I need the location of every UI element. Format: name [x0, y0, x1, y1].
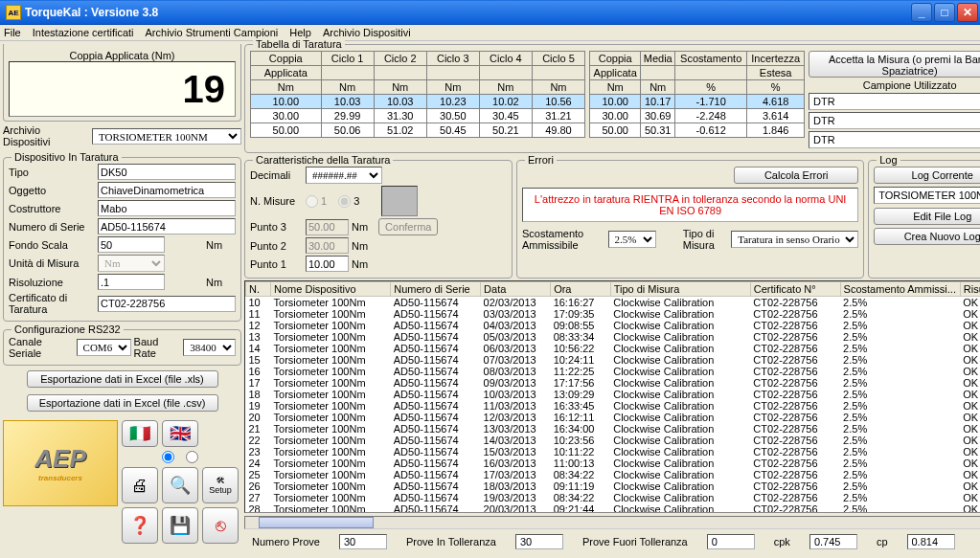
menu-help[interactable]: Help [289, 27, 311, 38]
calc-errors-button[interactable]: Calcola Errori [734, 167, 858, 184]
table-row[interactable]: 15Torsiometer 100NmAD50-11567407/03/2013… [246, 354, 981, 366]
table-row[interactable]: 19Torsiometer 100NmAD50-11567411/03/2013… [246, 400, 981, 412]
export-csv-button[interactable]: Esportazione dati in Excel (file .csv) [27, 394, 218, 412]
characteristics-group: Caratteristiche della Taratura Decimali#… [244, 160, 513, 279]
status-bar: Numero Prove30 Prove In Tolleranza30 Pro… [244, 531, 980, 552]
new-log-button[interactable]: Crea Nuovo Log [874, 228, 980, 245]
errors-group: Errori Calcola Errori L'attrezzo in tara… [516, 160, 864, 279]
save-button[interactable]: 💾 [162, 507, 198, 544]
cpk-value: 0.745 [809, 534, 857, 549]
table-row[interactable]: 10Torsiometer 100NmAD50-11567402/03/2013… [246, 297, 981, 309]
log-corrente-button[interactable]: Log Corrente [874, 167, 980, 184]
tipomisura-select[interactable]: Taratura in senso Orario [731, 231, 858, 248]
serie-field[interactable] [98, 218, 236, 234]
app-icon: AE [6, 5, 21, 20]
close-button[interactable]: ✕ [957, 3, 978, 22]
tipo-field[interactable] [98, 164, 236, 180]
accept-measure-button[interactable]: Accetta la Misura (o premi la Barra Spaz… [809, 51, 980, 78]
torque-readout: 19 [9, 61, 236, 117]
menu-archivio-dispositivi[interactable]: Archivio Dispositivi [323, 27, 411, 38]
preview-button[interactable]: 🔍 [162, 467, 198, 503]
title-bar: AE TorqueKal : Versione 3.8 _ □ ✕ [0, 0, 980, 25]
lang-it-radio[interactable] [162, 451, 174, 463]
menu-bar: File Intestazione certificati Archivio S… [0, 25, 980, 41]
menu-archivio-strumenti[interactable]: Archivio Strumenti Campioni [146, 27, 279, 38]
flag-it-button[interactable]: 🇮🇹 [122, 420, 158, 447]
export-xls-button[interactable]: Esportazione dati in Excel (file .xls) [27, 370, 218, 388]
costruttore-field[interactable] [98, 200, 236, 216]
calibration-table: CoppiaCiclo 1Ciclo 2Ciclo 3Ciclo 4Ciclo … [250, 51, 585, 138]
maximize-button[interactable]: □ [934, 3, 955, 22]
table-row[interactable]: 18Torsiometer 100NmAD50-11567410/03/2013… [246, 389, 981, 400]
minimize-button[interactable]: _ [911, 3, 932, 22]
table-row[interactable]: 12Torsiometer 100NmAD50-11567404/03/2013… [246, 320, 981, 331]
aep-logo: AEP transducers [3, 420, 118, 506]
table-row[interactable]: 11Torsiometer 100NmAD50-11567403/03/2013… [246, 308, 981, 320]
applied-torque-label: Coppia Applicata (Nm) [9, 50, 236, 61]
punto3-field [306, 219, 349, 235]
baud-select[interactable]: 38400 [183, 339, 236, 356]
table-row[interactable]: 17Torsiometer 100NmAD50-11567409/03/2013… [246, 377, 981, 389]
table-row[interactable]: 27Torsiometer 100NmAD50-11567419/03/2013… [246, 492, 981, 503]
exit-button[interactable]: ⎋ [202, 507, 239, 544]
campione-label: Campione Utilizzato [809, 79, 980, 91]
results-table: CoppiaMediaScostamentoIncertezzaApplicat… [589, 51, 805, 138]
edit-log-button[interactable]: Edit File Log [874, 208, 980, 225]
in-tolleranza-value: 30 [515, 534, 563, 549]
cp-value: 0.814 [907, 534, 955, 549]
log-table[interactable]: N.Nome DispositivoNumero di SerieDataOra… [244, 280, 980, 513]
print-button[interactable]: 🖨 [122, 467, 158, 503]
punto1-field[interactable] [306, 256, 349, 272]
device-in-calibration-group: Dispositivo In Taratura Tipo Oggetto Cos… [3, 157, 241, 322]
applied-torque-group: Coppia Applicata (Nm) 19 [3, 44, 241, 122]
campione-2-select[interactable]: DTR [809, 112, 980, 129]
flag-uk-button[interactable]: 🇬🇧 [162, 420, 198, 447]
fondoscala-field[interactable] [98, 236, 165, 253]
help-button[interactable]: ❓ [122, 507, 158, 544]
direction-icon [381, 186, 418, 216]
table-row[interactable]: 26Torsiometer 100NmAD50-11567418/03/2013… [246, 480, 981, 492]
table-row[interactable]: 28Torsiometer 100NmAD50-11567420/03/2013… [246, 503, 981, 513]
table-row[interactable]: 21Torsiometer 100NmAD50-11567413/03/2013… [246, 423, 981, 435]
device-archive-label: Archivio Dispositivi [3, 124, 89, 147]
rs232-group: Configurazione RS232 Canale Seriale COM6… [3, 329, 241, 366]
horizontal-scrollbar[interactable] [244, 516, 980, 529]
unita-select: Nm [98, 255, 165, 272]
campione-3-select[interactable]: DTR [809, 131, 980, 148]
calibration-table-group: Tabella di Taratura CoppiaCiclo 1Ciclo 2… [244, 44, 980, 153]
window-title: TorqueKal : Versione 3.8 [25, 6, 909, 19]
table-row[interactable]: 20Torsiometer 100NmAD50-11567412/03/2013… [246, 412, 981, 423]
conferma-button: Conferma [378, 218, 438, 235]
lang-uk-radio[interactable] [186, 451, 198, 463]
table-row[interactable]: 13Torsiometer 100NmAD50-11567405/03/2013… [246, 331, 981, 343]
log-group: Log Log Corrente TORSIOMETER 100NM Edit … [868, 160, 980, 279]
menu-intestazione[interactable]: Intestazione certificati [33, 27, 134, 38]
setup-button[interactable]: 🛠Setup [202, 467, 239, 503]
certificato-field[interactable] [98, 296, 236, 312]
device-archive-select[interactable]: TORSIOMETER 100NM [92, 128, 241, 145]
numero-prove-value: 30 [339, 534, 387, 549]
table-row[interactable]: 24Torsiometer 100NmAD50-11567416/03/2013… [246, 458, 981, 469]
menu-file[interactable]: File [4, 27, 21, 38]
table-row[interactable]: 22Torsiometer 100NmAD50-11567414/03/2013… [246, 435, 981, 446]
table-row[interactable]: 16Torsiometer 100NmAD50-11567408/03/2013… [246, 366, 981, 377]
punto2-field [306, 237, 349, 254]
table-row[interactable]: 23Torsiometer 100NmAD50-11567415/03/2013… [246, 446, 981, 458]
decimali-select[interactable]: ######.## [306, 167, 382, 184]
scostamento-select[interactable]: 2.5% [608, 231, 656, 248]
oggetto-field[interactable] [98, 182, 236, 198]
table-row[interactable]: 14Torsiometer 100NmAD50-11567406/03/2013… [246, 343, 981, 354]
risoluzione-field[interactable] [98, 274, 165, 290]
fuori-tolleranza-value: 0 [707, 534, 755, 549]
table-row[interactable]: 25Torsiometer 100NmAD50-11567417/03/2013… [246, 469, 981, 480]
campione-1-select[interactable]: DTR [809, 93, 980, 110]
com-select[interactable]: COM6 [77, 339, 131, 356]
log-device-select[interactable]: TORSIOMETER 100NM [874, 187, 980, 204]
error-message: L'attrezzo in taratura RIENTRA in toller… [522, 188, 858, 222]
